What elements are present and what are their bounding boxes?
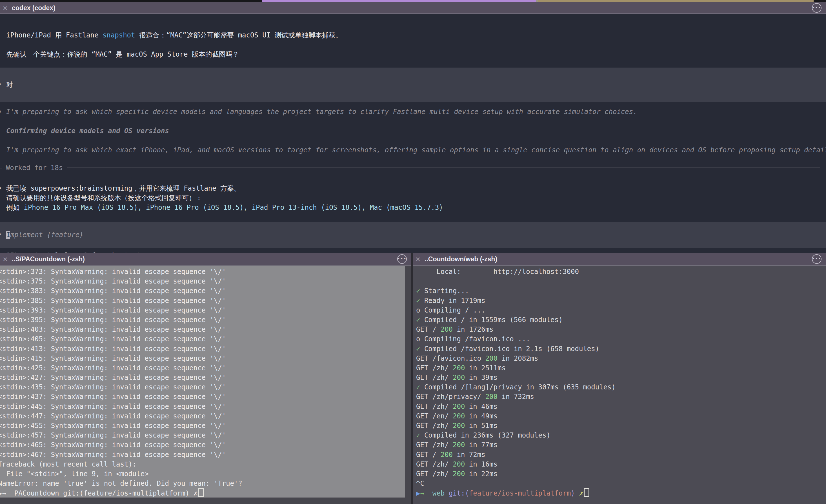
codex-pane-header[interactable]: ✕ codex (codex) ••• xyxy=(0,2,826,14)
close-icon[interactable]: ✕ xyxy=(416,255,420,263)
background-window-edge xyxy=(0,0,826,2)
left-terminal-pane[interactable]: <stdin>:373: SyntaxWarning: invalid esca… xyxy=(0,265,411,504)
codex-pane-title: codex (codex) xyxy=(12,4,56,12)
right-terminal-pane[interactable]: - Local: http://localhost:3000✓ Starting… xyxy=(413,265,826,504)
input-prompt-marker: › xyxy=(0,230,2,238)
background-window-purple-segment xyxy=(262,0,536,2)
background-window-divider xyxy=(536,0,538,2)
left-terminal-title: ..S/PACountdown (-zsh) xyxy=(12,255,85,263)
more-options-icon[interactable]: ••• xyxy=(812,3,822,13)
right-terminal-title: ..Countdown/web (-zsh) xyxy=(424,255,497,263)
background-window-tan-segment xyxy=(538,0,814,2)
horizontal-rule xyxy=(67,168,820,168)
codex-assistant-final-message: 我已读 superpowers:brainstorming，并用它来梳理 Fas… xyxy=(0,184,443,212)
codex-input-area[interactable]: › Implement {feature} xyxy=(0,222,826,248)
close-icon[interactable]: ✕ xyxy=(3,255,8,263)
thinking-line-1: I'm preparing to ask which specific devi… xyxy=(6,107,637,117)
codex-input-placeholder[interactable]: Implement {feature} xyxy=(6,230,84,240)
codex-terminal-pane[interactable]: iPhone/iPad 用 Fastlane snapshot 很适合；“MAC… xyxy=(0,14,826,253)
user-message-text: 对 xyxy=(6,80,13,89)
thinking-line-2: I'm preparing to ask which exact iPhone,… xyxy=(6,145,826,155)
codex-status-bar: 85% context left · ? for shortcuts xyxy=(6,251,144,253)
worked-duration-label: — Worked for 18s xyxy=(0,164,63,172)
left-terminal-header[interactable]: ✕ ..S/PACountdown (-zsh) ••• xyxy=(0,253,411,265)
left-terminal-output: <stdin>:373: SyntaxWarning: invalid esca… xyxy=(0,267,242,498)
right-terminal-output: - Local: http://localhost:3000✓ Starting… xyxy=(416,267,615,498)
close-icon[interactable]: ✕ xyxy=(3,4,8,12)
thinking-heading: Confirming device models and OS versions xyxy=(6,126,169,136)
worked-duration-row: — Worked for 18s xyxy=(0,164,820,172)
codex-user-message: › 对 xyxy=(0,68,826,102)
more-options-icon[interactable]: ••• xyxy=(812,254,822,264)
right-terminal-header[interactable]: ✕ ..Countdown/web (-zsh) ••• xyxy=(413,253,826,265)
user-prompt-marker: › xyxy=(0,80,2,88)
more-options-icon[interactable]: ••• xyxy=(397,254,407,264)
codex-assistant-line-1: iPhone/iPad 用 Fastlane snapshot 很适合；“MAC… xyxy=(6,30,342,40)
codex-assistant-line-2: 先确认一个关键点：你说的 “MAC” 是 macOS App Store 版本的… xyxy=(6,50,239,59)
thinking-bullet-icon: ● xyxy=(0,108,1,114)
